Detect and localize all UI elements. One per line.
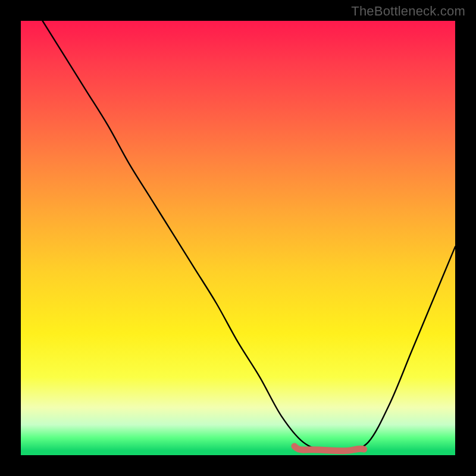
chart-frame: TheBottleneck.com: [0, 0, 476, 476]
recommended-range-marker: [295, 446, 364, 451]
bottleneck-curve: [43, 21, 456, 452]
plot-area: [21, 21, 455, 455]
attribution-label: TheBottleneck.com: [351, 4, 465, 19]
curve-layer: [21, 21, 455, 455]
